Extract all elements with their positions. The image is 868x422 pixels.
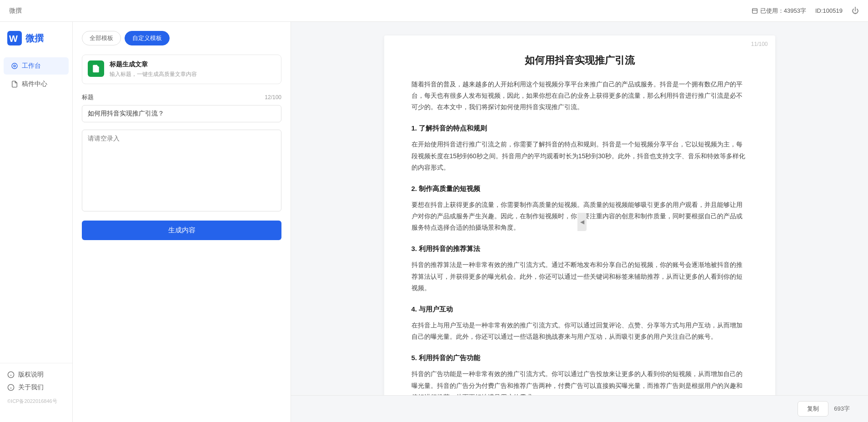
title-form-label-row: 标题 12/100 xyxy=(82,93,281,101)
template-desc: 输入标题，一键生成高质量文章内容 xyxy=(110,70,197,78)
logo-text: 微撰 xyxy=(25,32,44,45)
template-tabs: 全部模板 自定义模板 xyxy=(82,31,281,45)
template-info: 标题生成文章 输入标题，一键生成高质量文章内容 xyxy=(110,60,197,78)
copyright-label: 版权说明 xyxy=(18,371,44,379)
sidebar-item-copyright[interactable]: 版权说明 xyxy=(4,369,69,381)
template-card[interactable]: 标题生成文章 输入标题，一键生成高质量文章内容 xyxy=(82,55,281,84)
topbar: 微撰 已使用：43953字 ID:100519 ⏻ xyxy=(0,0,868,22)
icp-text: ©ICP备2022016846号 xyxy=(0,394,72,408)
info-icon xyxy=(7,371,15,378)
svg-point-4 xyxy=(12,63,17,69)
logo-w-icon: W xyxy=(7,31,22,45)
title-input[interactable] xyxy=(82,105,281,122)
main-layout: W 微撰 工作台 稿件中心 xyxy=(0,22,868,422)
sidebar-drafts-label: 稿件中心 xyxy=(22,80,47,88)
circle-info-icon xyxy=(7,384,15,391)
content-textarea[interactable] xyxy=(82,130,281,211)
doc-section-3: 2. 制作高质量的短视频 xyxy=(411,182,748,195)
svg-point-5 xyxy=(14,65,15,67)
document-icon xyxy=(91,64,100,73)
power-icon[interactable]: ⏻ xyxy=(852,7,859,15)
file-icon xyxy=(11,80,18,88)
doc-section-6: 抖音的推荐算法是一种非常有效的推广引流方式。通过不断地发布和分享自己的短视频，你… xyxy=(411,259,748,294)
tab-custom-templates[interactable]: 自定义模板 xyxy=(125,31,170,45)
sidebar-item-about[interactable]: 关于我们 xyxy=(4,382,69,393)
doc-section-8: 在抖音上与用户互动是一种非常有效的推广引流方式。你可以通过回复评论、点赞、分享等… xyxy=(411,320,748,342)
doc-section-2: 在开始使用抖音进行推广引流之前，你需要了解抖音的特点和规则。抖音是一个短视频分享… xyxy=(411,139,748,173)
copy-button[interactable]: 复制 xyxy=(798,401,828,417)
doc-section-1: 1. 了解抖音的特点和规则 xyxy=(411,122,748,134)
sidebar-bottom: 版权说明 关于我们 ©ICP备2022016846号 xyxy=(0,363,72,413)
doc-section-10: 抖音的广告功能是一种非常有效的推广引流方式。你可以通过广告投放来让更多的人看到你… xyxy=(411,368,748,395)
doc-section-5: 3. 利用抖音的推荐算法 xyxy=(411,242,748,255)
sidebar-item-drafts[interactable]: 稿件中心 xyxy=(4,75,69,93)
doc-section-9: 5. 利用抖音的广告功能 xyxy=(411,352,748,364)
right-bottom-bar: 复制 693字 xyxy=(291,395,868,422)
document-body: 随着抖音的普及，越来越多的人开始利用这个短视频分享平台来推广自己的产品或服务。抖… xyxy=(411,79,748,395)
usage-info: 已使用：43953字 xyxy=(752,7,806,15)
document-title: 如何用抖音实现推广引流 xyxy=(411,54,748,68)
tab-all-templates[interactable]: 全部模板 xyxy=(82,31,121,45)
topbar-title: 微撰 xyxy=(9,7,22,15)
title-label: 标题 xyxy=(82,93,94,101)
svg-text:W: W xyxy=(9,34,18,44)
page-number: 11/100 xyxy=(751,41,768,47)
sidebar-item-workbench[interactable]: 工作台 xyxy=(4,57,69,75)
generate-button[interactable]: 生成内容 xyxy=(82,221,281,240)
sidebar-nav: 工作台 稿件中心 xyxy=(0,56,72,358)
logo: W 微撰 xyxy=(0,31,72,56)
collapse-toggle[interactable]: ◀ xyxy=(577,213,587,231)
id-info: ID:100519 xyxy=(815,7,843,14)
left-panel: 全部模板 自定义模板 标题生成文章 输入标题，一键生成高质量文章内容 xyxy=(73,22,291,422)
title-count: 12/100 xyxy=(265,94,281,100)
database-icon xyxy=(752,8,758,14)
right-panel: 11/100 如何用抖音实现推广引流 随着抖音的普及，越来越多的人开始利用这个短… xyxy=(291,22,868,395)
content-area: 全部模板 自定义模板 标题生成文章 输入标题，一键生成高质量文章内容 xyxy=(73,22,868,422)
template-title: 标题生成文章 xyxy=(110,60,197,69)
template-card-icon xyxy=(88,60,104,77)
svg-rect-0 xyxy=(753,8,758,13)
doc-section-7: 4. 与用户互动 xyxy=(411,303,748,315)
sidebar: W 微撰 工作台 稿件中心 xyxy=(0,22,73,422)
about-label: 关于我们 xyxy=(18,383,44,392)
sidebar-workbench-label: 工作台 xyxy=(22,62,41,70)
topbar-right: 已使用：43953字 ID:100519 ⏻ xyxy=(752,7,859,15)
usage-text: 已使用：43953字 xyxy=(760,7,806,15)
home-icon xyxy=(11,62,18,70)
doc-section-0: 随着抖音的普及，越来越多的人开始利用这个短视频分享平台来推广自己的产品或服务。抖… xyxy=(411,79,748,113)
word-count: 693字 xyxy=(834,405,850,413)
